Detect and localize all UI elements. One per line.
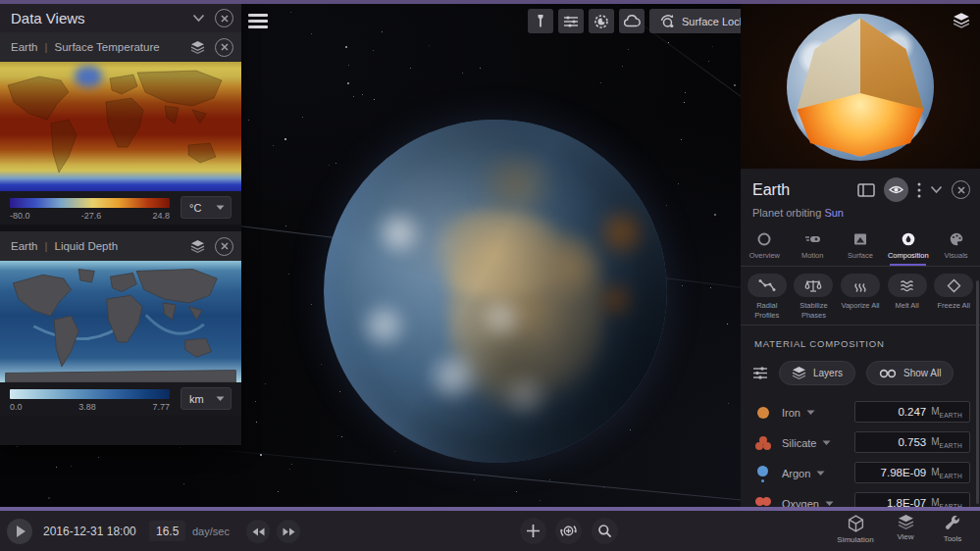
- show-all-button-label: Show All: [903, 368, 941, 378]
- star: [710, 287, 711, 288]
- surface-temperature-map[interactable]: [0, 62, 241, 191]
- speed-unit-label[interactable]: day/sec: [192, 511, 230, 551]
- layers-button[interactable]: Layers: [779, 361, 855, 385]
- scale-min: -80.0: [10, 211, 30, 221]
- argon-icon: [754, 464, 778, 483]
- menu-label: Tools: [944, 534, 962, 543]
- unit-value: km: [189, 393, 216, 405]
- close-icon[interactable]: [952, 180, 970, 199]
- layers-icon[interactable]: [190, 41, 205, 54]
- scale-balance-icon: [804, 278, 822, 293]
- vaporize-all-button[interactable]: Vaporize All: [837, 274, 884, 321]
- show-all-button[interactable]: Show All: [866, 361, 954, 385]
- layers-button-label: Layers: [813, 368, 843, 378]
- star: [734, 84, 736, 86]
- visibility-button[interactable]: [884, 177, 908, 202]
- vaporize-icon: [853, 278, 867, 293]
- simulation-datetime[interactable]: 2016-12-31 18:00: [43, 511, 136, 551]
- chevron-down-icon[interactable]: [192, 14, 205, 23]
- star: [256, 422, 257, 423]
- hamburger-menu-icon[interactable]: [248, 14, 268, 29]
- layers-icon[interactable]: [190, 240, 205, 253]
- material-unit: M: [931, 467, 939, 477]
- move-orbit-icon: [559, 522, 578, 540]
- chevron-down-icon[interactable]: [825, 501, 834, 507]
- scrollbar-thumb[interactable]: [976, 280, 979, 504]
- star: [347, 82, 349, 84]
- subtitle-text: Planet orbiting: [752, 207, 824, 219]
- tab-surface[interactable]: Surface: [837, 227, 885, 266]
- star: [285, 225, 286, 226]
- surface-lock-label: Surface Lock: [682, 16, 745, 27]
- object-tabs: Overview Motion Surface Composition: [741, 227, 980, 266]
- material-name: Silicate: [782, 437, 816, 449]
- chevron-down-icon[interactable]: [816, 471, 825, 476]
- star: [728, 403, 729, 404]
- plus-icon: [526, 524, 541, 538]
- close-icon[interactable]: [215, 9, 233, 27]
- earth-cutaway-preview[interactable]: [741, 4, 980, 169]
- visuals-icon: [949, 231, 964, 247]
- tab-motion[interactable]: Motion: [789, 227, 837, 266]
- material-value-field[interactable]: 7.98E-09 MEARTH: [854, 462, 970, 483]
- data-overlays-button[interactable]: [558, 9, 584, 33]
- layers-icon[interactable]: [953, 13, 970, 28]
- world-continents-overlay: [0, 62, 241, 191]
- action-label: Stabilize Phases: [791, 301, 836, 321]
- star: [311, 304, 312, 305]
- timeline-bar: 2016-12-31 18:00 16.5 day/sec: [0, 511, 980, 551]
- close-icon[interactable]: [215, 38, 233, 57]
- separator: |: [45, 41, 48, 53]
- earth-3d-globe[interactable]: [324, 120, 667, 463]
- star: [255, 401, 256, 402]
- chevron-down-icon[interactable]: [930, 185, 943, 194]
- tab-visuals[interactable]: Visuals: [932, 227, 980, 266]
- star: [337, 435, 338, 436]
- surface-lock-button[interactable]: Surface Lock: [649, 9, 754, 33]
- play-button[interactable]: [7, 519, 32, 544]
- simulation-menu-button[interactable]: Simulation: [828, 515, 883, 544]
- stabilize-phases-button[interactable]: Stabilize Phases: [791, 274, 838, 321]
- filter-sliders-icon[interactable]: [752, 366, 768, 380]
- atmosphere-button[interactable]: [589, 9, 614, 33]
- speed-value-field[interactable]: 16.5: [149, 521, 185, 541]
- scale-min: 0.0: [10, 402, 23, 412]
- tab-composition[interactable]: Composition: [884, 227, 932, 266]
- liquid-depth-map[interactable]: [0, 261, 241, 382]
- close-icon[interactable]: [215, 237, 233, 256]
- menu-label: View: [897, 532, 913, 541]
- composition-icon: [901, 231, 916, 247]
- motion-icon: [804, 231, 821, 247]
- unit-dropdown[interactable]: °C: [181, 196, 232, 219]
- star: [362, 94, 363, 95]
- freeze-all-button[interactable]: Freeze All: [930, 274, 977, 321]
- star: [685, 92, 686, 93]
- material-value-field[interactable]: 0.247 MEARTH: [854, 401, 970, 423]
- sidebar-toggle-icon[interactable]: [857, 183, 875, 197]
- tab-overview[interactable]: Overview: [741, 227, 789, 266]
- add-object-button[interactable]: [520, 518, 546, 544]
- parent-body-link[interactable]: Sun: [824, 207, 844, 219]
- radial-profiles-button[interactable]: Radial Profiles: [744, 274, 791, 321]
- faster-button[interactable]: [277, 520, 300, 543]
- dataview-target: Earth: [11, 41, 38, 53]
- chevron-down-icon[interactable]: [822, 440, 831, 446]
- kebab-menu-icon[interactable]: [917, 182, 921, 198]
- star: [291, 464, 292, 465]
- melt-all-button[interactable]: Melt All: [884, 274, 931, 321]
- clouds-button[interactable]: [619, 9, 645, 33]
- tools-menu-button[interactable]: Tools: [925, 515, 980, 543]
- star: [714, 214, 716, 216]
- slower-button[interactable]: [246, 520, 270, 543]
- material-value-field[interactable]: 0.753 MEARTH: [854, 431, 970, 453]
- radial-profiles-icon: [758, 278, 776, 292]
- chevron-down-icon[interactable]: [806, 410, 815, 416]
- flashlight-button[interactable]: [528, 9, 553, 33]
- star: [480, 68, 481, 69]
- dataview-card-header: Earth | Liquid Depth: [0, 231, 241, 261]
- dataview-card-header: Earth | Surface Temperature: [0, 32, 241, 62]
- search-button[interactable]: [592, 518, 618, 544]
- move-rotate-button[interactable]: [555, 518, 582, 544]
- unit-dropdown[interactable]: km: [181, 387, 232, 410]
- sliders-icon: [563, 15, 579, 28]
